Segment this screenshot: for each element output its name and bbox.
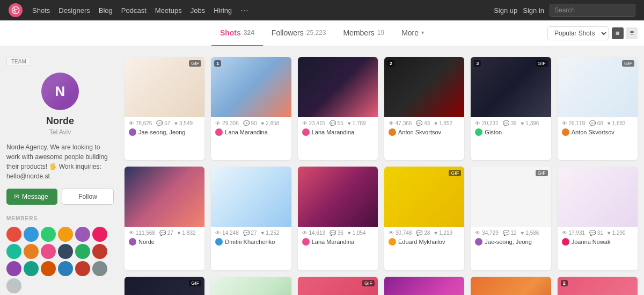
logo[interactable]	[9, 3, 23, 17]
shot-author[interactable]: Lana Marandina	[215, 128, 287, 136]
shot-stats: 👁 34,729 💬 12 ♥ 1,586	[475, 230, 546, 236]
nav-podcast[interactable]: Podcast	[121, 6, 147, 15]
shot-author[interactable]: Lana Marandina	[302, 238, 374, 246]
member-avatar[interactable]	[41, 227, 56, 242]
shot-card[interactable]: 👁 11,600 💬 50 ♥ 1,012 Dmitrii Kharchenko	[471, 277, 551, 295]
shot-thumbnail	[211, 167, 291, 227]
follow-button[interactable]: Follow	[62, 189, 114, 205]
main-layout: TEAM N Norde Tel Aviv Norde Agency. We a…	[0, 46, 644, 295]
grid-view-button[interactable]: ▦	[612, 27, 624, 39]
member-avatar[interactable]	[58, 244, 73, 259]
member-avatar[interactable]	[24, 227, 39, 242]
shot-image: GIF	[125, 277, 204, 295]
comment-count: 💬 27	[243, 230, 257, 236]
shot-author[interactable]: Jae-seong, Jeong	[129, 128, 200, 136]
comment-count: 💬 39	[503, 120, 517, 126]
shot-thumbnail: GIF	[384, 167, 464, 227]
shot-author[interactable]: Jae-seong, Jeong	[475, 238, 546, 246]
shot-author[interactable]: Joanna Nowak	[562, 238, 633, 246]
nav-hiring[interactable]: Hiring	[214, 6, 232, 15]
comment-count: 💬 28	[416, 230, 430, 236]
author-avatar	[215, 238, 223, 246]
shot-card[interactable]: 👁 17,931 💬 31 ♥ 1,290 Joanna Nowak	[558, 167, 638, 270]
author-name: Joanna Nowak	[572, 239, 611, 245]
author-avatar	[562, 238, 569, 246]
shot-card[interactable]: 👁 111,568 💬 27 ♥ 1,832 Norde	[125, 167, 204, 270]
signup-link[interactable]: Sign up	[494, 6, 517, 15]
members-label: MEMBERS	[6, 215, 114, 221]
shot-card[interactable]: GIF 👁 29,119 💬 68 ♥ 1,683 Anton Skvortso…	[558, 57, 638, 160]
view-count: 👁 47,366	[389, 120, 412, 126]
tab-shots[interactable]: Shots 324	[211, 20, 263, 46]
shot-image	[471, 277, 551, 295]
view-count: 👁 30,748	[389, 230, 412, 236]
nav-designers[interactable]: Designers	[58, 6, 90, 15]
message-button[interactable]: ✉ Message	[6, 189, 57, 205]
shot-card[interactable]: 👁 14,613 💬 36 ♥ 1,054 Lana Marandina	[298, 167, 378, 270]
gif-badge: GIF	[536, 170, 548, 176]
shot-card[interactable]: GIF 👁 34,729 💬 12 ♥ 1,586 Jae-seong, Jeo…	[471, 167, 551, 270]
member-avatar[interactable]	[75, 227, 90, 242]
team-badge: TEAM	[6, 57, 31, 66]
nav-blog[interactable]: Blog	[99, 6, 113, 15]
shot-author[interactable]: Dmitrii Kharchenko	[215, 238, 287, 246]
shot-author[interactable]: Norde	[129, 238, 200, 246]
shot-stats: 👁 47,366 💬 43 ♥ 1,852	[389, 120, 460, 126]
member-avatar[interactable]	[6, 278, 21, 293]
member-avatar[interactable]	[6, 244, 21, 259]
member-avatar[interactable]	[75, 244, 90, 259]
member-avatar[interactable]	[58, 261, 73, 276]
shot-card[interactable]: GIF 👁 78,625 💬 57 ♥ 3,549 Jae-seong, Jeo…	[125, 57, 204, 160]
shot-card[interactable]: GIF 👁 30,748 💬 28 ♥ 1,219 Eduard Mykhail…	[384, 167, 464, 270]
shot-author[interactable]: Lana Marandina	[302, 128, 374, 136]
shot-card[interactable]: 1 👁 29,306 💬 90 ♥ 2,858 Lana Marandina	[211, 57, 291, 160]
member-avatar[interactable]	[92, 261, 107, 276]
shot-thumbnail	[211, 277, 291, 295]
shot-card[interactable]: 👁 12,934 💬 43 ♥ 1,016 Lana Marandina	[384, 277, 464, 295]
shot-card[interactable]: 👁 14,248 💬 27 ♥ 1,252 Dmitrii Kharchenko	[211, 167, 291, 270]
profile-city: Tel Aviv	[6, 128, 114, 136]
nav-meetups[interactable]: Meetups	[155, 6, 182, 15]
member-avatar[interactable]	[92, 244, 107, 259]
member-avatar[interactable]	[92, 227, 107, 242]
shot-author[interactable]: Anton Skvortsov	[562, 128, 633, 136]
member-avatar[interactable]	[6, 261, 21, 276]
member-avatar[interactable]	[75, 261, 90, 276]
shot-card[interactable]: GIF 👁 29,772 💬 29 ♥ 1,188 Anton Skvortso…	[125, 277, 204, 295]
member-avatar[interactable]	[6, 227, 21, 242]
shot-meta: 👁 29,306 💬 90 ♥ 2,858 Lana Marandina	[211, 117, 291, 139]
author-avatar	[389, 238, 396, 246]
shot-card[interactable]: 2 👁 47,366 💬 43 ♥ 1,852 Anton Skvortsov	[384, 57, 464, 160]
shot-thumbnail: 3 GIF	[471, 57, 551, 117]
shot-card[interactable]: 👁 13,058 💬 65 ♥ 1,099 Dmitrii Kharchenko	[211, 277, 291, 295]
shot-card[interactable]: 3 GIF 👁 20,231 💬 39 ♥ 1,396 Giston	[471, 57, 551, 160]
nav-jobs[interactable]: Jobs	[191, 6, 205, 15]
member-avatar[interactable]	[58, 227, 73, 242]
shot-card[interactable]: 2 👁 12,419 💬 90 ♥ 987 Lina Leusenko	[558, 277, 638, 295]
shot-card[interactable]: GIF 👁 28,508 💬 65 ♥ 1,156 Giston	[298, 277, 378, 295]
tab-more[interactable]: More ▾	[393, 20, 433, 46]
sort-select[interactable]: Popular Shots	[547, 26, 609, 40]
profile-bio: Norde Agency. We are looking to work wit…	[6, 142, 114, 181]
member-avatar[interactable]	[41, 261, 56, 276]
search-input[interactable]	[550, 4, 635, 17]
shot-image: GIF	[125, 57, 204, 117]
list-view-button[interactable]: ☰	[626, 27, 638, 39]
shot-author[interactable]: Eduard Mykhailov	[389, 238, 460, 246]
shot-stats: 👁 20,231 💬 39 ♥ 1,396	[475, 120, 546, 126]
member-avatar[interactable]	[41, 244, 56, 259]
nav-more-dots[interactable]: ···	[240, 5, 248, 16]
member-avatar[interactable]	[24, 261, 39, 276]
nav-shots[interactable]: Shots	[32, 6, 50, 15]
like-count: ♥ 1,396	[521, 120, 539, 126]
shot-card[interactable]: 👁 23,415 💬 55 ♥ 1,789 Lana Marandina	[298, 57, 378, 160]
gif-badge: GIF	[189, 60, 201, 67]
shot-author[interactable]: Giston	[475, 128, 546, 136]
tab-members[interactable]: Members 19	[334, 20, 393, 46]
num-badge: 2	[387, 60, 394, 67]
member-avatar[interactable]	[24, 244, 39, 259]
shot-author[interactable]: Anton Skvortsov	[389, 128, 460, 136]
tab-followers[interactable]: Followers 25,223	[263, 20, 335, 46]
signin-link[interactable]: Sign in	[523, 6, 544, 15]
shot-image	[211, 277, 291, 295]
